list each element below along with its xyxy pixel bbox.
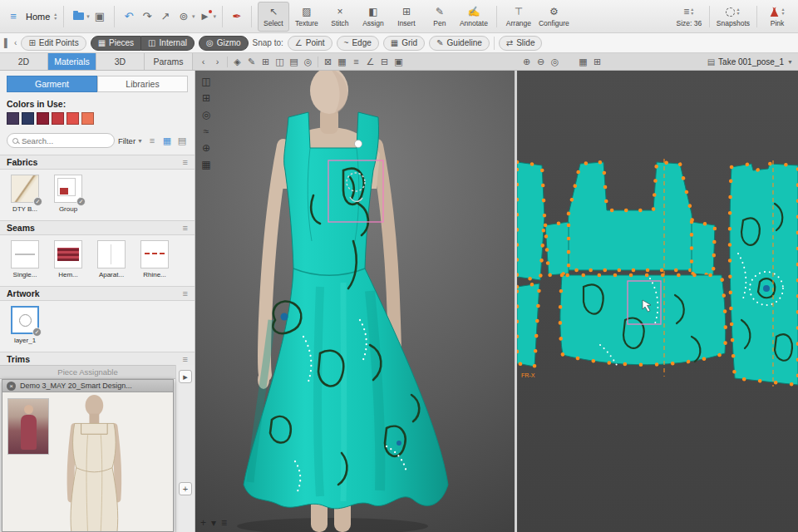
snap-point-button[interactable]: ∠ Point bbox=[288, 36, 332, 51]
next-arrow-icon[interactable]: › bbox=[210, 57, 224, 66]
wave-sim-icon[interactable]: ≈ bbox=[199, 124, 214, 138]
2d-pattern-scene[interactable]: FR-X bbox=[517, 71, 798, 532]
close-icon[interactable]: × bbox=[7, 382, 16, 391]
snap-grid-button[interactable]: ▦ Grid bbox=[383, 36, 425, 51]
seam-item[interactable]: Aparat... bbox=[95, 240, 128, 278]
gem-render-icon[interactable]: ◈ bbox=[230, 57, 244, 67]
pen-tool-button[interactable]: ✎ Pen bbox=[424, 2, 456, 32]
remove-icon[interactable]: ⊟ bbox=[377, 57, 392, 67]
3d-garment-scene[interactable] bbox=[195, 71, 515, 532]
section-menu-icon[interactable]: ≡ bbox=[183, 354, 188, 364]
pattern-piece-side[interactable]: FR-X bbox=[517, 162, 544, 378]
gizmo-button[interactable]: ◎ Gizmo bbox=[199, 36, 249, 51]
pin-icon[interactable]: ⊞ bbox=[259, 57, 273, 67]
zoom-fit-icon[interactable]: ◎ bbox=[548, 57, 562, 67]
pattern-piece-skirt-yoke[interactable] bbox=[560, 275, 726, 368]
collapse-bar-icon[interactable]: ▌ bbox=[4, 38, 10, 47]
display-icon[interactable]: ▣ bbox=[392, 57, 406, 67]
fabric-item[interactable]: ✓ Group bbox=[52, 175, 85, 213]
artwork-item[interactable]: ✓ layer_1 bbox=[8, 306, 42, 344]
tab-materials[interactable]: Materials bbox=[48, 53, 96, 70]
options-icon[interactable]: ≡ bbox=[221, 517, 227, 529]
video-dropdown-icon[interactable]: ▾ bbox=[213, 13, 216, 20]
color-swatch[interactable] bbox=[81, 112, 94, 125]
section-menu-icon[interactable]: ≡ bbox=[183, 157, 188, 167]
internal-toggle-button[interactable]: ◫ Internal bbox=[141, 36, 195, 51]
pieces-toggle-button[interactable]: ▦ Pieces bbox=[91, 36, 141, 51]
colorway-spinner-icon[interactable]: ▴▾ bbox=[781, 7, 784, 16]
search-box[interactable] bbox=[7, 133, 115, 148]
color-swatch[interactable] bbox=[66, 112, 79, 125]
pose-dropdown[interactable]: ▤ Take 001_pose_1 ▼ bbox=[707, 57, 793, 66]
section-menu-icon[interactable]: ≡ bbox=[183, 223, 188, 233]
list-icon[interactable]: ≡ bbox=[349, 57, 363, 66]
slide-button[interactable]: ⇄ Slide bbox=[499, 36, 543, 51]
angle-icon[interactable]: ∠ bbox=[363, 57, 377, 67]
open-file-icon[interactable] bbox=[70, 7, 86, 26]
add-item-button[interactable]: + bbox=[179, 482, 192, 495]
seam-item[interactable]: Rhine... bbox=[138, 240, 171, 278]
collapse-panel-icon[interactable]: ▸ bbox=[179, 370, 192, 383]
pattern-piece-bodice-front[interactable] bbox=[545, 162, 715, 275]
pattern-piece-back[interactable] bbox=[730, 160, 798, 387]
3d-viewport[interactable]: ◫ ⊞ ◎ ≈ ⊕ ▦ + ▾ ≡ bbox=[195, 71, 515, 532]
orbit-icon[interactable]: ◎ bbox=[199, 107, 214, 121]
cut-icon[interactable]: ⊠ bbox=[321, 57, 335, 67]
redo-icon[interactable]: ↷ bbox=[139, 7, 155, 26]
home-menu[interactable]: Home bbox=[26, 12, 50, 22]
seams-section-header[interactable]: Seams ≡ bbox=[0, 220, 195, 235]
mesh-view-icon[interactable]: ▦ bbox=[199, 157, 214, 171]
panel-icon[interactable]: ◫ bbox=[273, 57, 287, 67]
stitch-tool-button[interactable]: × Stitch bbox=[324, 2, 356, 32]
seam-item[interactable]: Single... bbox=[8, 240, 42, 278]
add-icon[interactable]: + bbox=[200, 517, 206, 529]
edit-points-button[interactable]: ⊞ Edit Points bbox=[21, 36, 86, 51]
color-swatch[interactable] bbox=[7, 112, 19, 125]
snapshots-spinner-icon[interactable]: ▴▾ bbox=[736, 7, 739, 16]
chevron-down-icon[interactable]: ▾ bbox=[211, 517, 216, 529]
filter-dropdown[interactable]: Filter ▼ bbox=[118, 136, 143, 145]
grid-toggle-icon[interactable]: ▦ bbox=[576, 57, 590, 67]
color-swatch[interactable] bbox=[52, 112, 64, 125]
colorway-button[interactable]: ▴▾ Pink bbox=[761, 2, 793, 32]
texture-tool-button[interactable]: ▨ Texture bbox=[291, 2, 323, 32]
list-view-icon[interactable]: ≡ bbox=[146, 135, 158, 145]
tab-2d[interactable]: 2D bbox=[0, 53, 48, 70]
artwork-section-header[interactable]: Artwork ≡ bbox=[0, 286, 195, 301]
app-menu-icon[interactable]: ≡ bbox=[5, 7, 22, 26]
snap-guideline-button[interactable]: ✎ Guideline bbox=[429, 36, 490, 51]
select-tool-button[interactable]: ↖ Select bbox=[258, 2, 289, 32]
tab-params[interactable]: Params bbox=[145, 53, 193, 70]
search-input[interactable] bbox=[22, 136, 109, 145]
avatar-window-titlebar[interactable]: × Demo 3_MAY 20_Smart Design... bbox=[2, 380, 173, 392]
fabrics-section-header[interactable]: Fabrics ≡ bbox=[0, 155, 195, 170]
arrange-tool-button[interactable]: ⊤ Arrange bbox=[503, 2, 534, 32]
collapse-arrow-icon[interactable]: ‹ bbox=[14, 38, 17, 47]
save-icon[interactable]: ▣ bbox=[91, 7, 108, 26]
section-menu-icon[interactable]: ≡ bbox=[183, 288, 188, 298]
size-button[interactable]: ≡ ▴▾ Size: 36 bbox=[673, 2, 705, 32]
tab-libraries[interactable]: Libraries bbox=[97, 76, 188, 92]
paint-icon[interactable]: ✎ bbox=[244, 57, 259, 67]
tab-3d[interactable]: 3D bbox=[96, 53, 145, 70]
configure-tool-button[interactable]: ⚙ Configure bbox=[536, 2, 572, 32]
zoom-out-icon[interactable]: ⊖ bbox=[534, 57, 548, 67]
zoom-in-icon[interactable]: ⊕ bbox=[520, 57, 534, 67]
mesh-icon[interactable]: ▦ bbox=[335, 57, 349, 67]
add-pin-icon[interactable]: ⊕ bbox=[199, 140, 214, 155]
color-swatch[interactable] bbox=[22, 112, 34, 125]
show-panel-icon[interactable]: ◫ bbox=[199, 74, 214, 88]
tab-garment[interactable]: Garment bbox=[7, 76, 97, 92]
annotate-tool-button[interactable]: ✍ Annotate bbox=[457, 2, 490, 32]
seam-item[interactable]: Hem... bbox=[52, 240, 85, 278]
share-icon[interactable]: ↗ bbox=[157, 7, 174, 26]
home-spinner-icon[interactable]: ▴▾ bbox=[54, 12, 57, 21]
video-record-icon[interactable]: ► bbox=[196, 7, 213, 26]
layers-icon[interactable]: ▤ bbox=[287, 57, 301, 67]
snapshots-button[interactable]: ▴▾ Snapshots bbox=[714, 2, 752, 32]
open-file-dropdown-icon[interactable]: ▾ bbox=[86, 13, 90, 20]
color-swatch[interactable] bbox=[37, 112, 49, 125]
add-view-icon[interactable]: ⊞ bbox=[199, 91, 214, 105]
grid-view-icon[interactable]: ▦ bbox=[161, 135, 173, 146]
brush-tool-icon[interactable]: ✒ bbox=[229, 7, 245, 26]
